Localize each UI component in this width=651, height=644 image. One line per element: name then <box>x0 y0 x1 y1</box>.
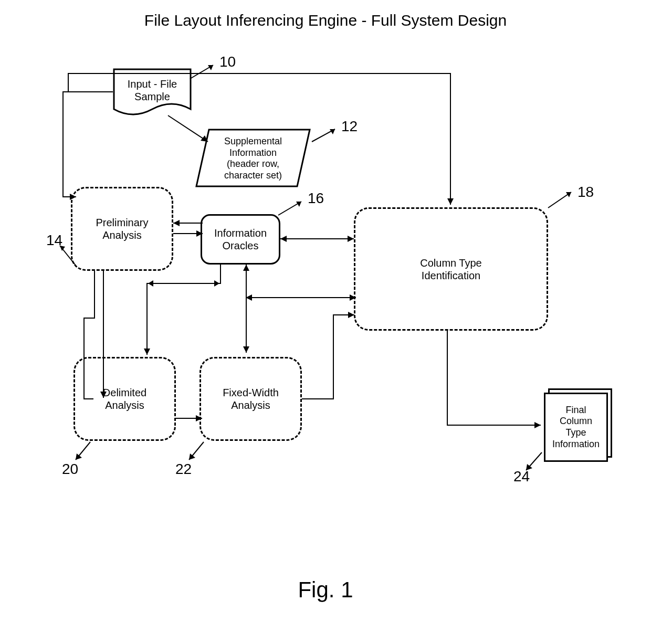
svg-marker-38 <box>246 294 252 301</box>
ref-24: 24 <box>513 468 530 485</box>
svg-marker-14 <box>189 453 195 460</box>
svg-marker-27 <box>348 236 354 242</box>
arrow-input-to-column-type <box>68 73 457 210</box>
ref-10: 10 <box>219 54 236 70</box>
svg-marker-31 <box>243 346 249 353</box>
node-information-oracles-label: InformationOracles <box>214 227 267 252</box>
node-preliminary-analysis-label: PreliminaryAnalysis <box>96 216 148 241</box>
ref-22: 22 <box>175 461 192 478</box>
node-final-output-label: FinalColumnTypeInformation <box>552 405 600 450</box>
node-fixed-width-analysis-label: Fixed-WidthAnalysis <box>223 386 279 411</box>
svg-marker-22 <box>173 220 180 226</box>
node-column-type-identification-label: Column TypeIdentification <box>420 257 481 282</box>
svg-marker-29 <box>100 392 107 398</box>
figure-caption: Fig. 1 <box>0 577 651 603</box>
svg-marker-42 <box>534 422 541 428</box>
diagram-title: File Layout Inferencing Engine - Full Sy… <box>0 12 651 29</box>
svg-marker-18 <box>70 194 76 200</box>
svg-marker-40 <box>196 415 202 421</box>
svg-marker-34 <box>214 280 219 287</box>
node-fixed-width-analysis: Fixed-WidthAnalysis <box>200 357 302 441</box>
arrow-oracles-bottom-right <box>246 294 356 301</box>
svg-marker-35 <box>148 280 153 287</box>
arrow-fixed-to-columntype <box>302 315 360 404</box>
ref-18: 18 <box>578 184 594 200</box>
arrow-prelim-to-delimited-side <box>63 271 94 402</box>
svg-marker-33 <box>144 349 150 355</box>
arrow-prelim-to-delimited <box>100 271 107 402</box>
node-final-output: FinalColumnTypeInformation <box>544 388 612 462</box>
svg-marker-37 <box>350 294 356 301</box>
svg-marker-32 <box>243 265 249 271</box>
node-column-type-identification: Column TypeIdentification <box>354 207 548 331</box>
node-information-oracles: InformationOracles <box>201 214 280 265</box>
arrow-input-to-preliminary <box>63 92 126 202</box>
arrow-prelim-oracles-2 <box>173 230 203 237</box>
arrow-oracles-columntype <box>280 235 354 242</box>
svg-line-19 <box>168 115 208 142</box>
svg-marker-26 <box>280 236 287 242</box>
node-delimited-analysis-label: DelimitedAnalysis <box>103 386 146 411</box>
arrow-oracles-to-fixed <box>243 265 250 357</box>
arrow-columntype-to-final <box>447 331 547 430</box>
svg-marker-17 <box>447 198 454 205</box>
ref-14: 14 <box>46 232 62 249</box>
arrow-input-to-supplemental <box>168 115 215 147</box>
arrow-prelim-oracles-1 <box>173 219 203 227</box>
arrow-oracles-to-delimited <box>147 265 231 359</box>
svg-marker-24 <box>196 230 203 237</box>
svg-marker-20 <box>201 135 208 142</box>
arrow-delimited-to-fixed <box>176 415 202 422</box>
